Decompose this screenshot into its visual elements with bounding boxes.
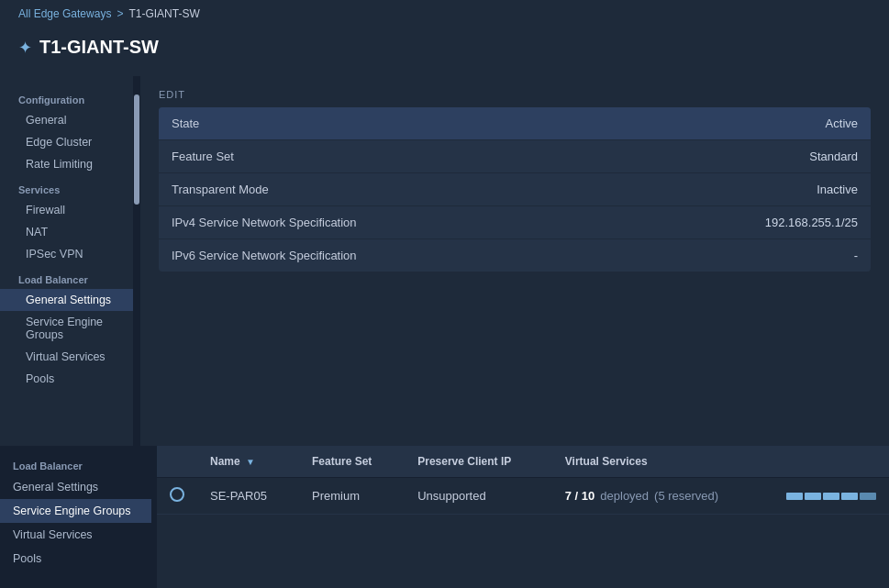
row-feature-set: Premium bbox=[299, 478, 405, 515]
progress-seg-1 bbox=[786, 493, 803, 500]
deployed-count: 7 / 10 bbox=[565, 489, 595, 503]
progress-seg-5 bbox=[860, 493, 876, 500]
col-header-preserve-client-ip: Preserve Client IP bbox=[405, 446, 552, 478]
row-label-feature-set: Feature Set bbox=[159, 140, 515, 173]
sidebar-item-nat[interactable]: NAT bbox=[0, 221, 133, 243]
row-progress bbox=[773, 478, 889, 515]
table-row: State Active bbox=[159, 107, 871, 140]
row-preserve-client-ip: Unsupported bbox=[405, 478, 552, 515]
row-value-ipv6: - bbox=[515, 239, 871, 272]
deployed-info: 7 / 10 deployed (5 reserved) bbox=[565, 489, 761, 503]
table-row: SE-PAR05 Premium Unsupported 7 / 10 depl… bbox=[157, 478, 889, 515]
sidebar-item-edge-cluster[interactable]: Edge Cluster bbox=[0, 131, 133, 153]
page-title: T1-GIANT-SW bbox=[39, 37, 159, 58]
sidebar-item-rate-limiting[interactable]: Rate Limiting bbox=[0, 153, 133, 175]
row-value-transparent-mode: Inactive bbox=[515, 173, 871, 206]
bottom-nav-service-engine-groups[interactable]: Service Engine Groups bbox=[0, 499, 151, 523]
reserved-label: (5 reserved) bbox=[654, 489, 718, 503]
nav-section-configuration: Configuration bbox=[0, 85, 133, 109]
scroll-thumb bbox=[134, 94, 139, 205]
nav-section-services: Services bbox=[0, 175, 133, 199]
bottom-data-area: Name ▼ Feature Set Preserve Client IP Vi… bbox=[157, 446, 889, 588]
bottom-panel: Load Balancer General Settings Service E… bbox=[0, 446, 889, 588]
breadcrumb: All Edge Gateways > T1-GIANT-SW bbox=[0, 0, 889, 28]
row-label-ipv6: IPv6 Service Network Specification bbox=[159, 239, 515, 272]
col-header-virtual-services: Virtual Services bbox=[552, 446, 773, 478]
left-sidebar: Configuration General Edge Cluster Rate … bbox=[0, 76, 133, 449]
bottom-sidebar-section-label: Load Balancer bbox=[0, 453, 151, 475]
sidebar-item-ipsec-vpn[interactable]: IPSec VPN bbox=[0, 243, 133, 265]
row-label-transparent-mode: Transparent Mode bbox=[159, 173, 515, 206]
progress-seg-4 bbox=[841, 493, 858, 500]
col-header-name[interactable]: Name ▼ bbox=[197, 446, 299, 478]
breadcrumb-current: T1-GIANT-SW bbox=[128, 7, 199, 20]
progress-seg-2 bbox=[805, 493, 821, 500]
detail-table: State Active Feature Set Standard Transp… bbox=[159, 107, 871, 272]
row-select[interactable] bbox=[157, 478, 197, 515]
table-row: IPv4 Service Network Specification 192.1… bbox=[159, 206, 871, 239]
col-header-feature-set: Feature Set bbox=[299, 446, 405, 478]
sidebar-item-pools[interactable]: Pools bbox=[0, 368, 133, 390]
progress-bar bbox=[786, 493, 876, 500]
col-header-bar bbox=[773, 446, 889, 478]
sidebar-item-general-settings[interactable]: General Settings bbox=[0, 289, 133, 311]
main-content: Configuration General Edge Cluster Rate … bbox=[0, 76, 889, 449]
sidebar-item-general[interactable]: General bbox=[0, 109, 133, 131]
section-label-edit: EDIT bbox=[159, 76, 871, 107]
row-virtual-services: 7 / 10 deployed (5 reserved) bbox=[552, 478, 773, 515]
deployed-label: deployed bbox=[600, 489, 649, 503]
row-label-state: State bbox=[159, 107, 515, 140]
row-value-state: Active bbox=[515, 107, 871, 140]
progress-seg-3 bbox=[823, 493, 839, 500]
table-row: Transparent Mode Inactive bbox=[159, 173, 871, 206]
bottom-nav-virtual-services[interactable]: Virtual Services bbox=[0, 523, 151, 547]
row-name: SE-PAR05 bbox=[197, 478, 299, 515]
sidebar-item-firewall[interactable]: Firewall bbox=[0, 199, 133, 221]
row-value-feature-set: Standard bbox=[515, 140, 871, 173]
bottom-sidebar: Load Balancer General Settings Service E… bbox=[0, 446, 151, 588]
nav-section-load-balancer: Load Balancer bbox=[0, 265, 133, 289]
page-header: ✦ T1-GIANT-SW bbox=[0, 28, 889, 76]
sidebar-scrollbar[interactable] bbox=[133, 76, 140, 449]
top-panel: All Edge Gateways > T1-GIANT-SW ✦ T1-GIA… bbox=[0, 0, 889, 449]
sort-icon: ▼ bbox=[246, 457, 255, 467]
breadcrumb-separator: > bbox=[117, 7, 123, 20]
bottom-nav-pools[interactable]: Pools bbox=[0, 547, 151, 571]
radio-select[interactable] bbox=[170, 487, 184, 502]
table-row: IPv6 Service Network Specification - bbox=[159, 239, 871, 272]
row-value-ipv4: 192.168.255.1/25 bbox=[515, 206, 871, 239]
data-table: Name ▼ Feature Set Preserve Client IP Vi… bbox=[157, 446, 889, 515]
detail-area: EDIT State Active Feature Set Standard T… bbox=[140, 76, 889, 449]
page-icon: ✦ bbox=[18, 38, 32, 58]
row-label-ipv4: IPv4 Service Network Specification bbox=[159, 206, 515, 239]
sidebar-item-service-engine-groups[interactable]: Service Engine Groups bbox=[0, 311, 133, 346]
col-header-select bbox=[157, 446, 197, 478]
bottom-nav-general-settings[interactable]: General Settings bbox=[0, 475, 151, 499]
table-row: Feature Set Standard bbox=[159, 140, 871, 173]
sidebar-item-virtual-services[interactable]: Virtual Services bbox=[0, 346, 133, 368]
table-header-row: Name ▼ Feature Set Preserve Client IP Vi… bbox=[157, 446, 889, 478]
breadcrumb-link[interactable]: All Edge Gateways bbox=[18, 7, 111, 20]
